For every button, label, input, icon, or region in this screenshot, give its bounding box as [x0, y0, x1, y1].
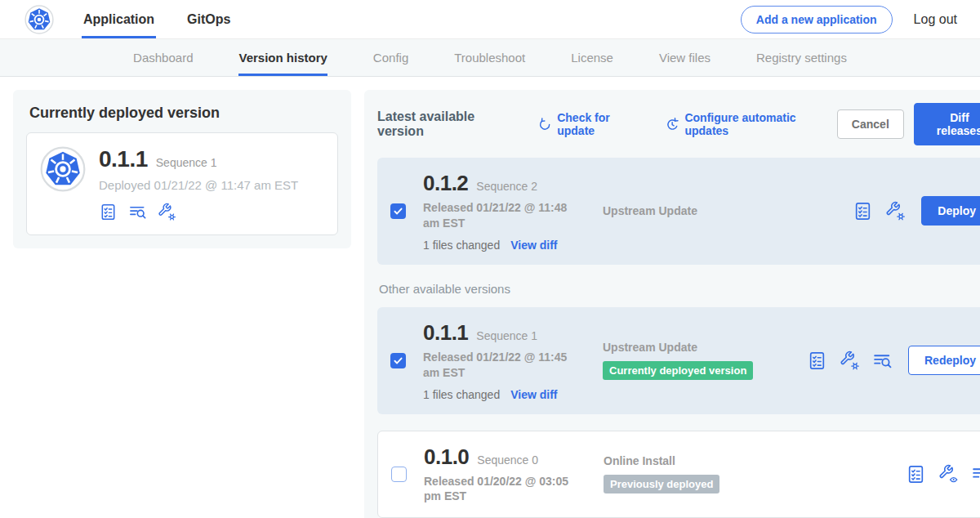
version-source-label: Upstream Update — [603, 204, 807, 217]
tab-dashboard[interactable]: Dashboard — [133, 39, 193, 76]
preview-files-icon[interactable] — [128, 203, 147, 221]
tab-gitops-label: GitOps — [187, 12, 230, 27]
currently-deployed-title: Currently deployed version — [26, 105, 338, 122]
version-checkbox-0-1-2[interactable] — [390, 203, 406, 219]
version-history-panel: Latest available version Check for updat… — [364, 90, 980, 518]
refresh-icon — [537, 117, 552, 132]
deploy-button[interactable]: Deploy — [921, 196, 980, 226]
config-checklist-icon[interactable] — [906, 464, 926, 485]
version-source-label: Online Install — [604, 454, 808, 467]
view-diff-link[interactable]: View diff — [510, 388, 557, 401]
configure-automatic-updates-label: Configure automatic updates — [684, 111, 836, 137]
sequence-label: Sequence 0 — [477, 453, 538, 467]
preview-files-icon[interactable] — [971, 464, 980, 485]
wrench-eye-icon[interactable] — [938, 464, 959, 485]
check-for-update-link[interactable]: Check for update — [537, 111, 647, 137]
deployed-version-number: 0.1.1 — [99, 146, 148, 172]
version-actions — [906, 464, 980, 485]
tab-gitops[interactable]: GitOps — [185, 0, 232, 38]
config-checklist-icon[interactable] — [807, 351, 827, 371]
check-icon — [393, 355, 403, 366]
config-checklist-icon[interactable] — [99, 203, 118, 221]
files-changed-label: 1 files changed — [423, 388, 500, 401]
kubernetes-logo-icon[interactable] — [24, 5, 54, 34]
tab-dashboard-label: Dashboard — [133, 51, 193, 65]
version-source-col: Upstream Update Currently deployed versi… — [603, 341, 807, 380]
deployed-version-card: 0.1.1 Sequence 1 Deployed 01/21/22 @ 11:… — [26, 132, 338, 235]
version-row-0-1-2: 0.1.2 Sequence 2 Released 01/21/22 @ 11:… — [377, 158, 980, 265]
wrench-gear-icon[interactable] — [885, 201, 906, 221]
latest-version-header: Latest available version Check for updat… — [377, 103, 980, 145]
tab-application[interactable]: Application — [82, 0, 156, 38]
latest-version-title: Latest available version — [377, 109, 519, 139]
files-changed-label: 1 files changed — [423, 239, 500, 252]
version-actions: Deploy — [853, 196, 980, 226]
tab-version-history-label: Version history — [238, 51, 327, 65]
config-checklist-icon[interactable] — [853, 201, 873, 221]
tab-troubleshoot-label: Troubleshoot — [454, 51, 525, 65]
main-content: Currently deployed version 0.1.1 Sequenc… — [0, 77, 980, 518]
deployed-sequence-label: Sequence 1 — [156, 156, 217, 169]
schedule-icon — [665, 117, 679, 132]
redeploy-button[interactable]: Redeploy — [908, 346, 980, 375]
tab-license[interactable]: License — [571, 39, 613, 76]
tab-troubleshoot[interactable]: Troubleshoot — [454, 39, 525, 76]
version-info-col: 0.1.0 Sequence 0 Released 01/20/22 @ 03:… — [424, 444, 597, 505]
tab-view-files-label: View files — [659, 51, 710, 65]
tab-config[interactable]: Config — [373, 39, 408, 76]
wrench-gear-icon[interactable] — [840, 351, 860, 371]
view-diff-link[interactable]: View diff — [510, 239, 557, 252]
version-checkbox-0-1-1[interactable] — [390, 353, 406, 368]
released-timestamp: Released 01/21/22 @ 11:48 am EST — [423, 200, 585, 231]
released-timestamp: Released 01/21/22 @ 11:45 am EST — [423, 350, 585, 381]
version-number: 0.1.1 — [423, 320, 468, 346]
tab-view-files[interactable]: View files — [659, 39, 710, 76]
currently-deployed-card: Currently deployed version 0.1.1 Sequenc… — [13, 90, 351, 248]
cancel-button[interactable]: Cancel — [837, 109, 904, 139]
app-sub-nav: Dashboard Version history Config Trouble… — [0, 39, 980, 77]
tab-license-label: License — [571, 51, 613, 65]
version-info-col: 0.1.1 Sequence 1 Released 01/21/22 @ 11:… — [423, 320, 596, 401]
released-timestamp: Released 01/20/22 @ 03:05 pm EST — [424, 474, 586, 505]
tab-registry-settings[interactable]: Registry settings — [756, 39, 847, 76]
version-source-col: Online Install Previously deployed — [604, 454, 808, 493]
add-new-application-button[interactable]: Add a new application — [741, 6, 893, 33]
version-source-col: Upstream Update — [603, 204, 807, 217]
sequence-label: Sequence 2 — [476, 180, 537, 193]
tab-registry-settings-label: Registry settings — [756, 51, 847, 65]
kubernetes-app-icon — [40, 146, 86, 192]
deployed-version-info: 0.1.1 Sequence 1 Deployed 01/21/22 @ 11:… — [99, 146, 298, 221]
version-checkbox-0-1-0[interactable] — [391, 467, 407, 482]
configure-automatic-updates-link[interactable]: Configure automatic updates — [665, 111, 837, 137]
version-number: 0.1.2 — [423, 171, 468, 196]
version-actions: Redeploy — [807, 346, 980, 375]
tab-application-label: Application — [83, 12, 154, 27]
logout-link[interactable]: Log out — [914, 12, 967, 27]
sequence-label: Sequence 1 — [476, 329, 537, 342]
previously-deployed-badge: Previously deployed — [604, 475, 719, 493]
deployed-action-icons — [99, 203, 298, 221]
wrench-gear-icon[interactable] — [158, 203, 176, 221]
currently-deployed-badge: Currently deployed version — [603, 361, 753, 380]
deployed-timestamp: Deployed 01/21/22 @ 11:47 am EST — [99, 178, 298, 192]
version-source-label: Upstream Update — [603, 341, 807, 354]
tab-config-label: Config — [373, 51, 408, 65]
check-icon — [393, 206, 403, 217]
top-tabs: Application GitOps — [82, 0, 261, 38]
preview-files-icon[interactable] — [872, 351, 893, 371]
tab-version-history[interactable]: Version history — [238, 39, 327, 76]
check-for-update-label: Check for update — [557, 111, 647, 137]
version-row-0-1-1: 0.1.1 Sequence 1 Released 01/21/22 @ 11:… — [377, 307, 980, 414]
diff-releases-button[interactable]: Diff releases — [914, 103, 980, 145]
top-nav: Application GitOps Add a new application… — [0, 0, 980, 39]
version-number: 0.1.0 — [424, 444, 469, 470]
version-row-0-1-0: 0.1.0 Sequence 0 Released 01/20/22 @ 03:… — [377, 431, 980, 518]
version-info-col: 0.1.2 Sequence 2 Released 01/21/22 @ 11:… — [423, 171, 596, 252]
top-nav-right: Add a new application Log out — [741, 6, 967, 33]
other-versions-title: Other available versions — [379, 282, 980, 296]
